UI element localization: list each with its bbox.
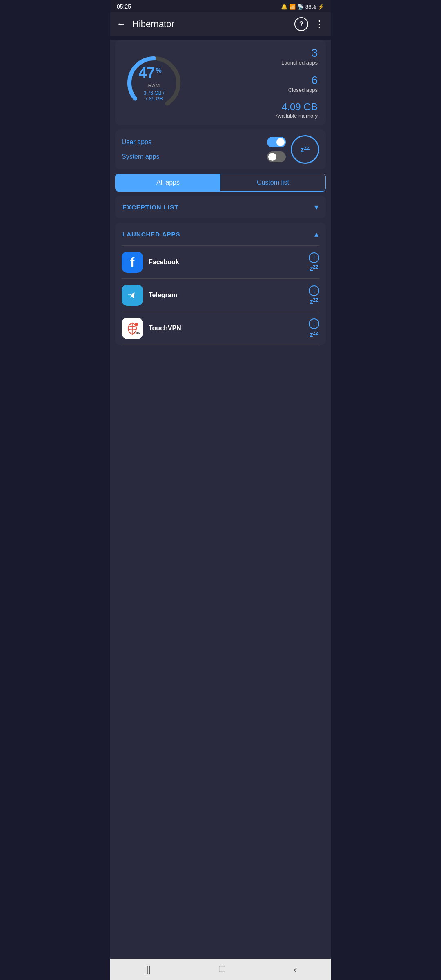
content-area: 47% RAM 3.76 GB / 7.85 GB 3 Launched app… <box>110 40 331 980</box>
closed-label: Closed apps <box>191 87 318 93</box>
wifi-icon: 📶 <box>289 4 296 10</box>
telegram-info-button[interactable]: i <box>309 285 319 296</box>
launched-apps-section: Launched apps ▴ f Facebook i ZZZ T <box>115 223 326 345</box>
list-item: f Facebook i ZZZ <box>115 246 326 278</box>
touchvpn-sleep-icon[interactable]: ZZZ <box>310 331 318 338</box>
telegram-actions: i ZZZ <box>309 285 319 305</box>
bottom-nav: ||| ☐ ‹ <box>110 959 331 980</box>
tab-bar: All apps Custom list <box>115 174 326 192</box>
touchvpn-info-button[interactable]: i <box>309 318 319 329</box>
launched-count: 3 <box>191 47 318 60</box>
system-apps-thumb <box>268 153 276 161</box>
exception-list-title: Exception list <box>122 204 178 211</box>
ram-stats: 3 Launched apps 6 Closed apps 4.09 GB Av… <box>191 47 318 119</box>
list-item: Telegram i ZZZ <box>115 279 326 312</box>
user-apps-row: User apps <box>122 137 286 147</box>
gauge-text: 47% RAM 3.76 GB / 7.85 GB <box>139 64 169 101</box>
telegram-label: Telegram <box>149 292 303 299</box>
alarm-icon: 🔔 <box>281 4 287 10</box>
status-bar: 05:25 🔔 📶 📡 88% ⚡ <box>110 0 331 12</box>
fb-letter: f <box>130 255 135 270</box>
toggle-card: User apps System apps ZZZ <box>115 129 326 169</box>
page-title: Hibernator <box>132 19 288 29</box>
telegram-icon <box>122 285 143 306</box>
back-nav-button[interactable]: ‹ <box>294 963 297 976</box>
custom-list-tab[interactable]: Custom list <box>220 174 325 191</box>
ram-gauge: 47% RAM 3.76 GB / 7.85 GB <box>123 52 185 114</box>
launched-apps-title: Launched apps <box>122 231 180 238</box>
all-apps-tab[interactable]: All apps <box>116 174 220 191</box>
hibernate-zzz-icon: ZZZ <box>301 146 310 153</box>
facebook-sleep-icon[interactable]: ZZZ <box>310 265 318 272</box>
launched-apps-header[interactable]: Launched apps ▴ <box>115 223 326 245</box>
home-button[interactable]: ☐ <box>218 964 226 975</box>
launched-label: Launched apps <box>191 60 318 66</box>
header: ← Hibernator ? ⋮ <box>110 12 331 36</box>
user-apps-label: User apps <box>122 138 151 146</box>
touchvpn-actions: i ZZZ <box>309 318 319 338</box>
facebook-actions: i ZZZ <box>309 252 319 272</box>
user-apps-thumb <box>276 138 285 146</box>
available-label: Available memory <box>191 113 318 119</box>
system-apps-toggle[interactable] <box>267 151 286 162</box>
touchvpn-label: TouchVPN <box>149 325 303 332</box>
signal-icon: 📡 <box>297 4 304 10</box>
ram-label: RAM <box>139 82 169 88</box>
apps-divider-3 <box>122 345 319 345</box>
hibernate-button[interactable]: ZZZ <box>291 135 319 164</box>
charging-icon: ⚡ <box>318 4 324 10</box>
list-item: VPN TouchVPN i ZZZ <box>115 312 326 345</box>
more-button[interactable]: ⋮ <box>315 19 324 29</box>
svg-point-5 <box>135 323 138 326</box>
status-icons: 🔔 📶 📡 88% ⚡ <box>281 4 324 10</box>
vpn-svg: VPN <box>124 320 140 336</box>
available-gb: 4.09 GB <box>191 101 318 113</box>
facebook-icon: f <box>122 252 143 273</box>
ram-percent: 47% <box>139 64 169 81</box>
telegram-sleep-icon[interactable]: ZZZ <box>310 298 318 305</box>
user-apps-toggle[interactable] <box>267 137 286 147</box>
toggle-options: User apps System apps <box>122 137 286 162</box>
ram-percent-value: 47 <box>139 64 155 81</box>
touchvpn-icon: VPN <box>122 318 143 339</box>
launched-apps-chevron: ▴ <box>314 229 318 239</box>
telegram-svg <box>125 288 139 302</box>
recent-apps-button[interactable]: ||| <box>144 964 151 975</box>
closed-count: 6 <box>191 74 318 87</box>
ram-usage: 3.76 GB / 7.85 GB <box>139 90 169 101</box>
status-time: 05:25 <box>117 3 131 10</box>
back-button[interactable]: ← <box>117 19 126 29</box>
ram-percent-sup: % <box>156 67 162 74</box>
system-apps-label: System apps <box>122 153 159 160</box>
system-apps-row: System apps <box>122 151 286 162</box>
exception-list-header[interactable]: Exception list ▾ <box>115 196 326 218</box>
facebook-info-button[interactable]: i <box>309 252 319 263</box>
ram-card: 47% RAM 3.76 GB / 7.85 GB 3 Launched app… <box>115 40 326 125</box>
svg-text:VPN: VPN <box>134 332 140 335</box>
exception-list-chevron: ▾ <box>314 202 318 212</box>
facebook-label: Facebook <box>149 258 303 266</box>
battery-text: 88% <box>305 4 316 10</box>
help-button[interactable]: ? <box>294 17 308 31</box>
